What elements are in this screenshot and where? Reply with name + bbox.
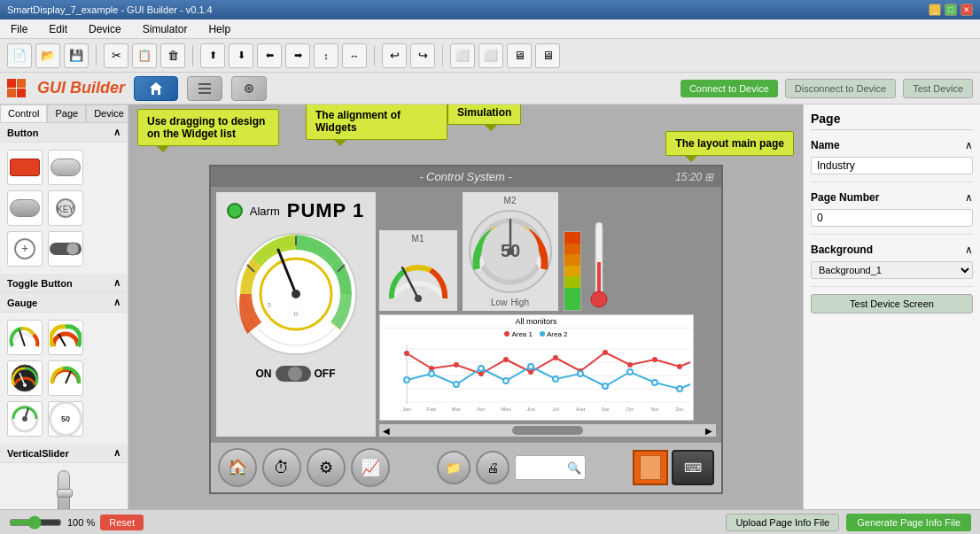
svg-point-76 [603,383,608,389]
panel-pagenumber-section[interactable]: Page Number ∧ [811,190,973,205]
section-button[interactable]: Button ∧ [0,123,128,143]
reset-button[interactable]: Reset [100,515,144,530]
minimize-button[interactable]: _ [929,4,941,16]
section-vslider[interactable]: VerticalSlider ∧ [0,444,128,463]
home-icon-btn[interactable] [134,76,178,101]
tab-control[interactable]: Control [0,104,47,122]
align-left-btn[interactable]: ⬅ [257,43,282,68]
nav-print-btn[interactable]: 🖨 [476,451,509,484]
save-btn[interactable]: 💾 [64,43,89,68]
widget-gauge-speedometer[interactable] [7,360,43,396]
gauge-row: M1 M2 [379,192,716,311]
widget-gauge-arc2[interactable] [48,320,83,355]
scroll-right-btn[interactable]: ▶ [702,426,716,436]
widget-vertical-slider[interactable] [58,470,70,509]
align-right-btn[interactable]: ➡ [285,43,310,68]
svg-point-66 [652,357,657,362]
widget-button-dot[interactable]: KEY [48,190,83,226]
menu-file[interactable]: File [7,21,31,37]
menu-edit[interactable]: Edit [45,21,71,37]
svg-text:May: May [501,406,510,411]
nav-home-btn[interactable]: 🏠 [218,448,257,487]
widget-button-red[interactable] [7,150,43,185]
svg-point-60 [503,357,509,362]
disconnect-device-button[interactable]: Disconnect to Device [785,79,896,98]
svg-point-65 [627,362,633,368]
widget-circular-num[interactable]: 50 [48,401,83,437]
distribute-btn[interactable]: ↔ [342,43,367,68]
view1-btn[interactable]: ⬜ [450,43,475,68]
connect-device-button[interactable]: Connect to Device [681,80,778,97]
zoom-slider[interactable] [9,515,62,530]
scroll-left-btn[interactable]: ◀ [379,426,393,436]
svg-point-70 [454,382,459,387]
widget-button-gray2[interactable] [7,190,43,226]
test-device-screen-button[interactable]: Test Device Screen [811,294,973,313]
nav-chart-btn[interactable]: 📈 [351,448,390,487]
svg-point-11 [66,243,79,255]
svg-point-71 [478,366,484,371]
menu-device[interactable]: Device [85,21,125,37]
align-bottom-btn[interactable]: ⬇ [229,43,253,68]
test-device-button[interactable]: Test Device [903,79,973,98]
panel-name-section[interactable]: Name ∧ [811,137,973,153]
orange-widget-btn[interactable] [633,450,668,485]
panel-background-section[interactable]: Background ∧ [811,242,973,258]
delete-btn[interactable]: 🗑 [160,43,185,68]
svg-point-49 [591,291,607,307]
widget-gauge-half2[interactable] [7,401,43,437]
generate-page-info-button[interactable]: Generate Page Info File [846,514,971,531]
chart-scrollbar[interactable]: ◀ ▶ [379,424,716,437]
key-btn[interactable]: ⌨ [672,450,714,485]
right-panel: Page Name ∧ Industry Page Number ∧ 0 Bac… [803,104,980,509]
view2-btn[interactable]: ⬜ [478,43,503,68]
background-select[interactable]: Background_1 [811,261,973,279]
nav-clock-btn[interactable]: ⏱ [262,448,301,487]
widget-gauge-arc1[interactable] [7,320,43,355]
new-btn[interactable]: 📄 [7,43,32,68]
sep2 [192,45,193,66]
widget-gauge-half1[interactable] [48,360,83,396]
widget-button-gray[interactable] [48,150,83,185]
design-canvas[interactable]: - Control System - 15:20 ⊞ Alarm PUMP 1 [209,165,723,494]
widget-button-toggle[interactable] [48,231,83,267]
on-label: ON [256,368,272,380]
menu-simulator[interactable]: Simulator [139,21,191,37]
section-toggle[interactable]: Toggle Button ∧ [0,274,128,293]
svg-point-39 [507,248,514,255]
search-bar[interactable]: 🔍 [515,455,586,480]
svg-text:Aug: Aug [575,406,585,411]
tab-device[interactable]: Device [86,104,128,122]
maximize-button[interactable]: □ [945,4,957,16]
upload-page-info-button[interactable]: Upload Page Info File [726,514,839,531]
sim2-btn[interactable]: 🖥 [535,43,560,68]
list-icon-btn[interactable] [187,76,222,101]
undo-btn[interactable]: ↩ [382,43,407,68]
chart-widget: All monitors Area 1 Area 2 [379,314,694,421]
panel-pagenumber-value[interactable]: 0 [811,209,973,227]
section-gauge-collapse-icon: ∧ [113,297,121,308]
close-button[interactable]: ✕ [961,4,973,16]
cut-btn[interactable]: ✂ [104,43,128,68]
nav-settings-btn[interactable]: ⚙ [307,448,346,487]
copy-btn[interactable]: 📋 [132,43,157,68]
svg-point-20 [22,416,27,422]
svg-point-64 [603,350,608,355]
tab-page[interactable]: Page [47,104,86,122]
open-btn[interactable]: 📂 [35,43,60,68]
align-center-btn[interactable]: ↕ [314,43,338,68]
widget-button-round[interactable]: + [7,231,43,267]
scroll-thumb[interactable] [512,426,583,435]
section-gauge[interactable]: Gauge ∧ [0,293,128,313]
align-top-btn[interactable]: ⬆ [200,43,225,68]
panel-name-value[interactable]: Industry [811,157,973,174]
zoom-area: 100 % Reset [9,515,144,530]
settings-icon-btn[interactable] [231,76,267,101]
sim1-btn[interactable]: 🖥 [507,43,532,68]
nav-folder-btn[interactable]: 📁 [437,451,471,484]
menu-help[interactable]: Help [205,21,234,37]
toggle-switch[interactable]: ON OFF [256,366,336,382]
svg-point-75 [578,371,583,376]
redo-btn[interactable]: ↪ [410,43,435,68]
svg-text:Jan: Jan [402,406,411,411]
